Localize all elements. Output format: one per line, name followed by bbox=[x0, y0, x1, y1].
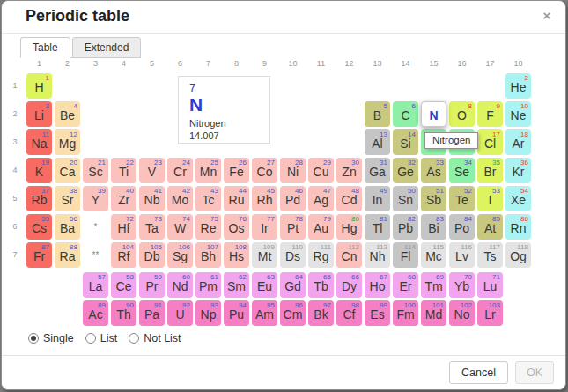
element-Cs[interactable]: 55Cs bbox=[26, 214, 52, 240]
element-Th[interactable]: 90Th bbox=[111, 300, 136, 326]
element-Ta[interactable]: 73Ta bbox=[139, 214, 165, 240]
element-Be[interactable]: 4Be bbox=[55, 101, 80, 127]
element-Es[interactable]: 99Es bbox=[365, 300, 390, 326]
element-N[interactable]: N bbox=[421, 101, 446, 127]
element-Kr[interactable]: 36Kr bbox=[505, 158, 531, 183]
element-La[interactable]: 57La bbox=[83, 272, 108, 298]
element-In[interactable]: 49In bbox=[365, 186, 390, 211]
close-button[interactable]: × bbox=[540, 9, 554, 23]
element-C[interactable]: 6C bbox=[393, 101, 418, 127]
element-Ce[interactable]: 58Ce bbox=[111, 272, 136, 298]
element-Al[interactable]: 13Al bbox=[365, 129, 390, 155]
element-W[interactable]: 74W bbox=[167, 214, 193, 240]
element-Mn[interactable]: 25Mn bbox=[195, 158, 221, 183]
element-Cr[interactable]: 24Cr bbox=[167, 158, 193, 183]
element-Ti[interactable]: 22Ti bbox=[111, 158, 136, 183]
element-Cl[interactable]: 17Cl bbox=[477, 129, 503, 155]
element-Te[interactable]: 52Te bbox=[449, 186, 475, 211]
element-Lv[interactable]: 116Lv bbox=[449, 242, 475, 268]
element-Ne[interactable]: 10Ne bbox=[505, 101, 531, 127]
element-F[interactable]: 9F bbox=[477, 101, 503, 127]
element-Pm[interactable]: 61Pm bbox=[195, 272, 221, 298]
element-Cu[interactable]: 29Cu bbox=[308, 158, 334, 183]
element-Re[interactable]: 75Re bbox=[195, 214, 221, 240]
element-V[interactable]: 23V bbox=[139, 158, 165, 183]
element-Ge[interactable]: 32Ge bbox=[393, 158, 418, 183]
radio-list[interactable]: List bbox=[85, 332, 117, 344]
element-Ac[interactable]: 89Ac bbox=[83, 300, 108, 326]
element-Cm[interactable]: 96Cm bbox=[280, 300, 306, 326]
element-Tc[interactable]: 43Tc bbox=[195, 186, 221, 211]
element-Cf[interactable]: 98Cf bbox=[336, 300, 362, 326]
element-Gd[interactable]: 64Gd bbox=[280, 272, 306, 298]
element-Zr[interactable]: 40Zr bbox=[111, 186, 136, 211]
ok-button[interactable]: OK bbox=[515, 361, 554, 384]
element-Pu[interactable]: 94Pu bbox=[224, 300, 249, 326]
element-Y[interactable]: 39Y bbox=[83, 186, 108, 211]
element-Mg[interactable]: 12Mg bbox=[55, 129, 80, 155]
element-Hf[interactable]: 72Hf bbox=[111, 214, 136, 240]
radio-single[interactable]: Single bbox=[28, 332, 74, 344]
tab-table[interactable]: Table bbox=[20, 37, 70, 58]
element-Bk[interactable]: 97Bk bbox=[308, 300, 334, 326]
element-Zn[interactable]: 30Zn bbox=[336, 158, 362, 183]
element-B[interactable]: 5B bbox=[365, 101, 390, 127]
element-Si[interactable]: 14Si bbox=[393, 129, 418, 155]
element-Sg[interactable]: 106Sg bbox=[167, 242, 193, 268]
element-Lu[interactable]: 71Lu bbox=[477, 272, 503, 298]
element-Np[interactable]: 93Np bbox=[195, 300, 221, 326]
element-At[interactable]: 85At bbox=[477, 214, 503, 240]
element-Ga[interactable]: 31Ga bbox=[365, 158, 390, 183]
element-Hs[interactable]: 108Hs bbox=[224, 242, 249, 268]
element-Am[interactable]: 95Am bbox=[252, 300, 277, 326]
element-Og[interactable]: 118Og bbox=[505, 242, 531, 268]
element-Yb[interactable]: 70Yb bbox=[449, 272, 475, 298]
element-Fe[interactable]: 26Fe bbox=[224, 158, 249, 183]
element-U[interactable]: 92U bbox=[167, 300, 193, 326]
element-Rg[interactable]: 111Rg bbox=[308, 242, 334, 268]
element-O[interactable]: 8O bbox=[449, 101, 475, 127]
element-Hg[interactable]: 80Hg bbox=[336, 214, 362, 240]
tab-extended[interactable]: Extended bbox=[72, 37, 142, 58]
element-Li[interactable]: 3Li bbox=[26, 101, 52, 127]
element-Ru[interactable]: 44Ru bbox=[224, 186, 249, 211]
element-Ba[interactable]: 56Ba bbox=[55, 214, 80, 240]
cancel-button[interactable]: Cancel bbox=[449, 361, 508, 384]
element-Sn[interactable]: 50Sn bbox=[393, 186, 418, 211]
element-Ho[interactable]: 67Ho bbox=[365, 272, 390, 298]
element-Ir[interactable]: 77Ir bbox=[252, 214, 277, 240]
element-Cd[interactable]: 48Cd bbox=[336, 186, 362, 211]
element-As[interactable]: 33As bbox=[421, 158, 446, 183]
element-Xe[interactable]: 54Xe bbox=[505, 186, 531, 211]
element-Po[interactable]: 84Po bbox=[449, 214, 475, 240]
radio-not-list[interactable]: Not List bbox=[129, 332, 181, 344]
element-Pb[interactable]: 82Pb bbox=[393, 214, 418, 240]
element-Mt[interactable]: 109Mt bbox=[252, 242, 277, 268]
element-Mc[interactable]: 115Mc bbox=[421, 242, 446, 268]
element-Co[interactable]: 27Co bbox=[252, 158, 277, 183]
element-Eu[interactable]: 63Eu bbox=[252, 272, 277, 298]
element-Er[interactable]: 68Er bbox=[393, 272, 418, 298]
element-Nd[interactable]: 60Nd bbox=[167, 272, 193, 298]
element-Sr[interactable]: 38Sr bbox=[55, 186, 80, 211]
element-Se[interactable]: 34Se bbox=[449, 158, 475, 183]
element-Nb[interactable]: 41Nb bbox=[139, 186, 165, 211]
element-Na[interactable]: 11Na bbox=[26, 129, 52, 155]
element-Md[interactable]: 101Md bbox=[421, 300, 446, 326]
element-Rf[interactable]: 104Rf bbox=[111, 242, 136, 268]
element-Ni[interactable]: 28Ni bbox=[280, 158, 306, 183]
element-Ts[interactable]: 117Ts bbox=[477, 242, 503, 268]
element-Sb[interactable]: 51Sb bbox=[421, 186, 446, 211]
element-Rh[interactable]: 45Rh bbox=[252, 186, 277, 211]
element-Pt[interactable]: 78Pt bbox=[280, 214, 306, 240]
element-Au[interactable]: 79Au bbox=[308, 214, 334, 240]
element-Cn[interactable]: 112Cn bbox=[336, 242, 362, 268]
element-Ds[interactable]: 110Ds bbox=[280, 242, 306, 268]
element-Ar[interactable]: 18Ar bbox=[505, 129, 531, 155]
element-Ca[interactable]: 20Ca bbox=[55, 158, 80, 183]
element-Rb[interactable]: 37Rb bbox=[26, 186, 52, 211]
element-Fr[interactable]: 87Fr bbox=[26, 242, 52, 268]
element-Fl[interactable]: 114Fl bbox=[393, 242, 418, 268]
element-He[interactable]: 2He bbox=[505, 73, 531, 99]
element-Sm[interactable]: 62Sm bbox=[224, 272, 249, 298]
